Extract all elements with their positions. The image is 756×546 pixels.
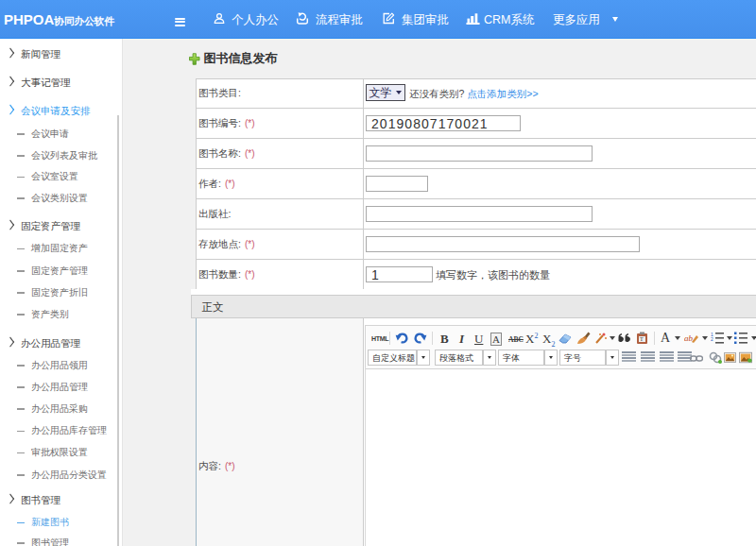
svg-text:T: T xyxy=(640,336,644,342)
svg-text:2: 2 xyxy=(711,336,713,342)
svg-text:ab: ab xyxy=(684,333,694,343)
